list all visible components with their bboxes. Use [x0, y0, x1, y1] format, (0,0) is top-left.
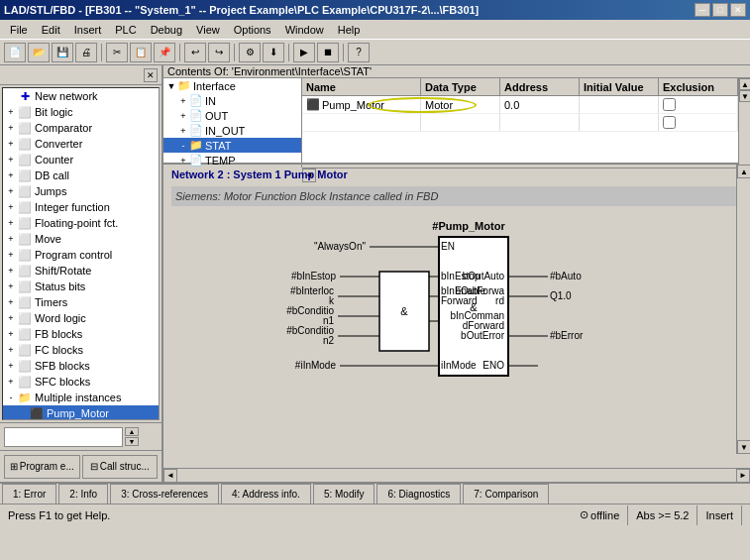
iface-stat[interactable]: - 📁 STAT — [163, 138, 301, 153]
exclusion-checkbox[interactable] — [663, 98, 676, 111]
new-btn[interactable]: 📄 — [4, 43, 26, 62]
call-structure-btn[interactable]: ⊟ Call struc... — [82, 455, 159, 479]
menu-options[interactable]: Options — [228, 22, 277, 38]
network-scroll-area[interactable]: Network 2 : System 1 Pump Motor Siemens:… — [163, 165, 750, 468]
redo-btn[interactable]: ↪ — [208, 43, 230, 62]
menu-plc[interactable]: PLC — [109, 22, 142, 38]
table-row-pump-motor[interactable]: ⬛ Pump_Motor Motor 0.0 — [302, 96, 738, 114]
word-logic-icon: ⬜ — [17, 311, 33, 325]
fb-blocks-icon: ⬜ — [17, 327, 33, 341]
iface-in-out[interactable]: + 📄 IN_OUT — [163, 123, 301, 138]
tab-info[interactable]: 2: Info — [58, 484, 108, 504]
tree-converter[interactable]: + ⬜ Converter — [3, 136, 159, 152]
tree-word-logic[interactable]: + ⬜ Word logic — [3, 310, 159, 326]
menu-view[interactable]: View — [190, 22, 226, 38]
menu-bar: File Edit Insert PLC Debug View Options … — [0, 20, 750, 40]
bottom-status-bar: Press F1 to get Help. ⊙ offline Abs >= 5… — [0, 504, 750, 525]
tree-db-call[interactable]: + ⬜ DB call — [3, 168, 159, 183]
expand-db-call: + — [5, 170, 17, 180]
tab-address-info[interactable]: 4: Address info. — [221, 484, 311, 504]
input-arrow-up[interactable]: ▲ — [125, 427, 139, 436]
expand-multiple-instances: - — [5, 392, 17, 402]
tree-move[interactable]: + ⬜ Move — [3, 231, 159, 247]
menu-help[interactable]: Help — [332, 22, 367, 38]
print-btn[interactable]: 🖨 — [75, 43, 97, 62]
table-row-empty[interactable] — [302, 114, 738, 132]
menu-debug[interactable]: Debug — [145, 22, 188, 38]
download-btn[interactable]: ⬇ — [263, 43, 284, 62]
tab-diagnostics[interactable]: 6: Diagnostics — [376, 484, 461, 504]
network-hscroll-track[interactable] — [177, 469, 736, 483]
scroll-down-btn[interactable]: ▼ — [739, 90, 750, 102]
cut-btn[interactable]: ✂ — [106, 43, 128, 62]
close-btn[interactable]: ✕ — [730, 3, 746, 17]
tree-bit-logic[interactable]: + ⬜ Bit logic — [3, 104, 159, 120]
copy-btn[interactable]: 📋 — [130, 43, 152, 62]
run-btn[interactable]: ▶ — [293, 43, 315, 62]
tree-sfc-blocks[interactable]: + ⬜ SFC blocks — [3, 374, 159, 390]
input-arrow-down[interactable]: ▼ — [125, 437, 139, 446]
block-name-input[interactable]: Pump_Motor — [4, 427, 123, 447]
sfb-blocks-icon: ⬜ — [17, 359, 33, 373]
menu-file[interactable]: File — [4, 22, 34, 38]
tree-timers[interactable]: + ⬜ Timers — [3, 294, 159, 310]
tree-new-network[interactable]: ✚ New network — [3, 88, 159, 104]
tree-integer-function[interactable]: + ⬜ Integer function — [3, 199, 159, 215]
program-elements-btn[interactable]: ⊞ Program e... — [4, 455, 80, 479]
paste-btn[interactable]: 📌 — [154, 43, 175, 62]
left-close-btn[interactable]: ✕ — [144, 68, 158, 82]
undo-btn[interactable]: ↩ — [184, 43, 206, 62]
tree-float-fct[interactable]: + ⬜ Floating-point fct. — [3, 215, 159, 231]
instruction-tree[interactable]: ✚ New network + ⬜ Bit logic + ⬜ Comparat… — [2, 87, 160, 420]
menu-window[interactable]: Window — [279, 22, 330, 38]
expand-bit-logic: + — [5, 107, 17, 117]
tree-status-bits[interactable]: + ⬜ Status bits — [3, 279, 159, 294]
menu-insert[interactable]: Insert — [68, 22, 108, 38]
tree-pump-motor[interactable]: ⬛ Pump_Motor — [3, 405, 159, 420]
breadcrumb-text: Contents Of: 'Environment\Interface\STAT… — [167, 65, 372, 77]
iface-interface[interactable]: ▼ 📁 Interface — [163, 78, 301, 93]
tree-fc-blocks[interactable]: + ⬜ FC blocks — [3, 342, 159, 358]
compile-btn[interactable]: ⚙ — [239, 43, 261, 62]
tree-program-control[interactable]: + ⬜ Program control — [3, 247, 159, 263]
network-vscroll[interactable]: ▲ ▼ — [736, 165, 750, 454]
tree-fb-blocks[interactable]: + ⬜ FB blocks — [3, 326, 159, 342]
cell-address-empty — [500, 114, 580, 131]
menu-edit[interactable]: Edit — [36, 22, 66, 38]
cell-type-pump: Motor — [421, 96, 500, 113]
help-btn[interactable]: ? — [348, 43, 370, 62]
network-hscroll-right[interactable]: ► — [736, 469, 750, 483]
scroll-up-btn[interactable]: ▲ — [739, 78, 750, 90]
minimize-btn[interactable]: ─ — [695, 3, 710, 17]
network-scroll-track[interactable] — [737, 178, 750, 440]
tree-jumps[interactable]: + ⬜ Jumps — [3, 183, 159, 199]
tab-comparison[interactable]: 7: Comparison — [463, 484, 549, 504]
exclusion-checkbox-empty[interactable] — [663, 116, 676, 129]
iface-in[interactable]: + 📄 IN — [163, 93, 301, 108]
save-btn[interactable]: 💾 — [52, 43, 73, 62]
counter-icon: ⬜ — [17, 153, 33, 167]
network-scroll-up[interactable]: ▲ — [737, 165, 750, 178]
interface-table: Name Data Type Address Initial Value Exc… — [302, 78, 738, 168]
tree-comparator[interactable]: + ⬜ Comparator — [3, 120, 159, 136]
tab-cross-references[interactable]: 3: Cross-references — [110, 484, 219, 504]
interface-scrollbar-v[interactable]: ▲ ▼ — [738, 78, 750, 168]
status-help-text: Press F1 to get Help. — [8, 509, 110, 521]
tree-shift-rotate[interactable]: + ⬜ Shift/Rotate — [3, 263, 159, 279]
tree-sfb-blocks[interactable]: + ⬜ SFB blocks — [3, 358, 159, 374]
network-hscroll-left[interactable]: ◄ — [163, 469, 177, 483]
maximize-btn[interactable]: □ — [712, 3, 728, 17]
expand-timers: + — [5, 297, 17, 307]
tab-error[interactable]: 1: Error — [2, 484, 56, 504]
binterlock-label: #bInterloc — [290, 285, 334, 296]
iface-label-in: IN — [205, 95, 216, 107]
iface-label-stat: STAT — [205, 140, 231, 152]
iface-out[interactable]: + 📄 OUT — [163, 108, 301, 123]
tree-multiple-instances[interactable]: - 📁 Multiple instances — [3, 390, 159, 405]
tab-modify[interactable]: 5: Modify — [313, 484, 375, 504]
network-scroll-down[interactable]: ▼ — [737, 440, 750, 454]
stop-btn[interactable]: ⏹ — [317, 43, 339, 62]
tree-counter[interactable]: + ⬜ Counter — [3, 152, 159, 168]
tree-label-sfc-blocks: SFC blocks — [35, 376, 90, 388]
open-btn[interactable]: 📂 — [28, 43, 50, 62]
